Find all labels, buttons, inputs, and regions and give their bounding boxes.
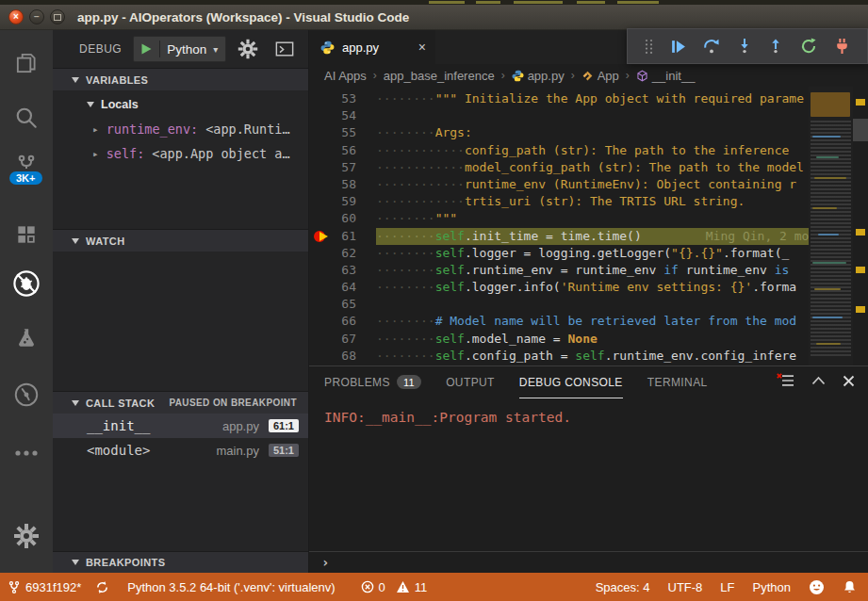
python-file-icon <box>512 70 524 82</box>
code-token: self <box>575 348 604 365</box>
clear-console-icon[interactable] <box>777 373 794 388</box>
python-interpreter-item[interactable]: Python 3.5.2 64-bit ('.venv': virtualenv… <box>127 580 335 594</box>
errors-warnings-item[interactable]: 0 11 <box>361 580 428 594</box>
breakpoints-section-header[interactable]: BREAKPOINTS <box>53 551 308 573</box>
code-token: """ <box>435 210 457 227</box>
feedback-smiley-icon[interactable] <box>809 579 825 595</box>
line-number[interactable]: 64 <box>309 279 376 296</box>
code-line[interactable]: 62········self.logger = logging.getLogge… <box>309 245 809 262</box>
expand-icon[interactable]: ▸ <box>92 123 99 136</box>
variable-row[interactable]: ▸runtime_env:<app.Runti… <box>53 117 308 141</box>
code-line[interactable]: 53········""" Initialize the App object … <box>309 90 809 107</box>
code-line[interactable]: 61········self.init_time = time.time()Mi… <box>309 228 809 245</box>
encoding-item[interactable]: UTF-8 <box>668 580 703 594</box>
tab-terminal[interactable]: TERMINAL <box>647 366 708 398</box>
minimap[interactable] <box>809 87 853 365</box>
code-token: .model_name = <box>465 331 568 348</box>
frame-function: <module> <box>87 443 150 458</box>
minimize-window-icon[interactable]: − <box>29 9 44 24</box>
test-beaker-icon[interactable] <box>0 318 53 358</box>
step-into-icon[interactable] <box>737 38 752 55</box>
code-line[interactable]: 54 <box>309 107 809 124</box>
line-number[interactable]: 63 <box>309 262 376 279</box>
search-icon[interactable] <box>0 98 53 138</box>
locals-scope-row[interactable]: Locals <box>53 92 308 117</box>
code-line[interactable]: 56············config_path (str): The pat… <box>309 142 809 159</box>
line-number[interactable]: 66 <box>309 313 376 330</box>
step-over-icon[interactable] <box>703 38 720 55</box>
settings-gear-icon[interactable] <box>0 516 53 556</box>
close-window-icon[interactable]: × <box>8 9 24 24</box>
breadcrumb-class[interactable]: App <box>581 69 619 83</box>
debug-console-input[interactable]: › <box>309 551 868 573</box>
stack-frame-row[interactable]: __init__app.py61:1 <box>53 414 308 438</box>
more-views-icon[interactable] <box>0 433 53 473</box>
line-number[interactable]: 68 <box>309 348 376 365</box>
line-number[interactable]: 59 <box>309 193 376 210</box>
toolbar-grip[interactable] <box>645 39 653 55</box>
expand-icon[interactable]: ▸ <box>92 148 99 160</box>
code-line[interactable]: 60········""" <box>309 210 809 227</box>
restart-icon[interactable] <box>800 38 817 55</box>
code-editor[interactable]: 53········""" Initialize the App object … <box>309 87 868 365</box>
step-out-icon[interactable] <box>768 38 783 55</box>
tab-close-icon[interactable]: × <box>418 40 426 55</box>
stack-frame-row[interactable]: <module>main.py51:1 <box>53 438 308 463</box>
line-number[interactable]: 62 <box>309 245 376 262</box>
tab-output[interactable]: OUTPUT <box>446 366 495 398</box>
line-number[interactable]: 53 <box>309 90 376 107</box>
breadcrumb-folder[interactable]: app_base_inference <box>384 69 495 83</box>
maximize-panel-icon[interactable] <box>811 376 826 385</box>
code-line[interactable]: 63········self.runtime_env = runtime_env… <box>309 262 809 279</box>
code-line[interactable]: 64········self.logger.info('Runtime env … <box>309 279 809 296</box>
code-line-content <box>376 107 809 124</box>
language-mode-item[interactable]: Python <box>753 580 791 594</box>
debug-settings-gear-icon[interactable] <box>237 39 258 59</box>
tab-debug-console[interactable]: DEBUG CONSOLE <box>519 366 623 398</box>
line-number[interactable]: 65 <box>309 296 376 313</box>
code-line[interactable]: 66········# Model name will be retrieved… <box>309 313 809 330</box>
tab-bar: app.py × <box>309 30 868 64</box>
code-line[interactable]: 58············runtime_env (RuntimeEnv): … <box>309 176 809 193</box>
git-branch-item[interactable]: 6931f192* <box>8 580 81 594</box>
tab-app-py[interactable]: app.py × <box>309 30 435 64</box>
maximize-window-icon[interactable] <box>50 9 65 24</box>
line-number[interactable]: 55 <box>309 124 376 141</box>
extensions-icon[interactable] <box>0 215 53 254</box>
breadcrumb-folder[interactable]: AI Apps <box>324 69 367 83</box>
scrollbar-thumb[interactable] <box>853 119 868 141</box>
background-window-strip <box>0 0 868 5</box>
code-line[interactable]: 68········self.config_path = self.runtim… <box>309 348 809 365</box>
breadcrumb-file[interactable]: app.py <box>512 69 565 83</box>
code-line[interactable]: 57············model_config_path (str): T… <box>309 159 809 176</box>
line-number[interactable]: 60 <box>309 210 376 227</box>
watch-section-header[interactable]: WATCH <box>53 229 308 252</box>
variable-row[interactable]: ▸self:<app.App object a… <box>53 141 308 166</box>
variables-section-header[interactable]: VARIABLES <box>53 68 308 90</box>
code-line[interactable]: 55········Args: <box>309 124 809 141</box>
line-number[interactable]: 67 <box>309 331 376 348</box>
line-number[interactable]: 54 <box>309 107 376 124</box>
sync-item[interactable] <box>95 580 109 594</box>
code-line[interactable]: 59············trtis_uri (str): The TRTIS… <box>309 193 809 210</box>
debug-console-toggle-icon[interactable] <box>275 41 294 57</box>
notifications-bell-icon[interactable] <box>843 579 857 594</box>
debug-icon[interactable] <box>0 264 53 303</box>
continue-icon[interactable] <box>670 39 686 55</box>
tab-problems[interactable]: PROBLEMS 11 <box>324 366 421 398</box>
line-number[interactable]: 57 <box>309 159 376 176</box>
timer-extension-icon[interactable] <box>0 375 53 414</box>
overview-ruler[interactable] <box>853 87 868 365</box>
code-line[interactable]: 67········self.model_name = None <box>309 331 809 348</box>
launch-config-dropdown[interactable]: Python ▾ <box>133 36 226 62</box>
line-number[interactable]: 56 <box>309 142 376 159</box>
close-panel-icon[interactable] <box>843 375 855 387</box>
breadcrumb-method[interactable]: __init__ <box>636 69 696 83</box>
line-number[interactable]: 58 <box>309 176 376 193</box>
explorer-icon[interactable] <box>0 43 53 83</box>
disconnect-icon[interactable] <box>834 39 850 55</box>
code-line[interactable]: 65 <box>309 296 809 313</box>
eol-item[interactable]: LF <box>720 580 734 594</box>
call-stack-section-header[interactable]: CALL STACK PAUSED ON BREAKPOINT <box>53 391 308 414</box>
indentation-item[interactable]: Spaces: 4 <box>596 580 650 594</box>
